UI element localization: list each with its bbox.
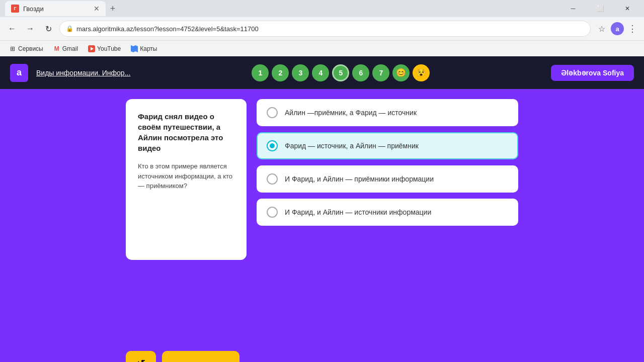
profile-button[interactable]: a bbox=[611, 22, 624, 35]
minimize-button[interactable]: ─ bbox=[561, 0, 585, 17]
radio-4[interactable] bbox=[267, 207, 278, 218]
radio-2[interactable] bbox=[267, 140, 278, 151]
bookmark-youtube-label: YouTube bbox=[97, 45, 121, 52]
url-bar[interactable]: 🔒 mars.algoritmika.az/lesson?lesson=4752… bbox=[59, 21, 591, 37]
forward-button[interactable]: → bbox=[23, 22, 37, 36]
radio-2-inner bbox=[270, 143, 275, 148]
question-main-text: Фарид снял видео о своём путешествии, а … bbox=[138, 111, 234, 153]
url-actions: ☆ a ⋮ bbox=[595, 22, 639, 36]
bookmark-youtube[interactable]: YouTube bbox=[84, 44, 125, 53]
address-bar: ← → ↻ 🔒 mars.algoritmika.az/lesson?lesso… bbox=[0, 17, 644, 40]
task-5-button[interactable]: 5 bbox=[332, 64, 349, 81]
bookmark-maps-label: Карты bbox=[140, 45, 157, 52]
bookmark-star-icon[interactable]: ☆ bbox=[595, 22, 609, 36]
answer-text-2: Фарид — источник, а Айлин — приёмник bbox=[285, 142, 419, 150]
answer-option-2[interactable]: Фарид — источник, а Айлин — приёмник bbox=[257, 132, 518, 159]
browser-tab[interactable]: Г Гвозди ✕ bbox=[5, 1, 106, 16]
answer-option-1[interactable]: Айлин —приёмник, а Фарид — источник bbox=[257, 99, 518, 126]
title-bar: Г Гвозди ✕ + ─ ⬜ ✕ bbox=[0, 0, 644, 17]
new-tab-button[interactable]: + bbox=[106, 2, 120, 16]
bottom-action-bar: ↺ ОТВЕТИТЬ bbox=[0, 344, 644, 362]
bookmark-services-label: Сервисы bbox=[18, 45, 43, 52]
answers-panel: Айлин —приёмник, а Фарид — источник Фари… bbox=[257, 99, 518, 226]
youtube-icon bbox=[88, 45, 95, 52]
task-emoji-button[interactable]: 😊 bbox=[392, 64, 410, 81]
task-locked-button[interactable]: 😵 bbox=[413, 64, 430, 81]
reset-button[interactable]: ↺ bbox=[126, 351, 156, 362]
task-4-button[interactable]: 4 bbox=[312, 64, 329, 81]
services-icon: ⊞ bbox=[9, 45, 16, 52]
radio-3[interactable] bbox=[267, 173, 278, 185]
tab-close-btn[interactable]: ✕ bbox=[94, 5, 100, 13]
task-6-button[interactable]: 6 bbox=[352, 64, 369, 81]
question-sub-text: Кто в этом примере является источником и… bbox=[138, 161, 234, 191]
user-profile-button[interactable]: Ələkbərova Sofiya bbox=[551, 65, 634, 81]
task-2-button[interactable]: 2 bbox=[272, 64, 289, 81]
radio-1[interactable] bbox=[267, 107, 278, 118]
task-7-button[interactable]: 7 bbox=[372, 64, 389, 81]
svg-marker-2 bbox=[131, 45, 138, 52]
maps-icon bbox=[131, 45, 138, 52]
tab-title: Гвозди bbox=[23, 5, 44, 13]
main-content: Фарид снял видео о своём путешествии, а … bbox=[0, 89, 644, 344]
bookmark-maps[interactable]: Карты bbox=[127, 44, 161, 53]
answer-option-4[interactable]: И Фарид, и Айлин — источники информации bbox=[257, 199, 518, 226]
question-card: Фарид снял видео о своём путешествии, а … bbox=[126, 99, 247, 260]
answer-text-3: И Фарид, и Айлин — приёмники информации bbox=[285, 175, 434, 183]
app-logo: a bbox=[10, 64, 28, 82]
answer-text-1: Айлин —приёмник, а Фарид — источник bbox=[285, 109, 417, 117]
bookmark-gmail[interactable]: M Gmail bbox=[49, 44, 82, 53]
window-controls: ─ ⬜ ✕ bbox=[561, 0, 639, 17]
maximize-button[interactable]: ⬜ bbox=[589, 0, 612, 17]
task-1-button[interactable]: 1 bbox=[252, 64, 269, 81]
submit-button[interactable]: ОТВЕТИТЬ bbox=[162, 351, 239, 362]
close-button[interactable]: ✕ bbox=[616, 0, 639, 17]
back-button[interactable]: ← bbox=[5, 22, 19, 36]
menu-button[interactable]: ⋮ bbox=[626, 23, 639, 34]
task-3-button[interactable]: 3 bbox=[292, 64, 309, 81]
gmail-icon: M bbox=[53, 45, 60, 52]
app-nav-title[interactable]: Виды информации. Инфор... bbox=[36, 69, 130, 77]
task-navigation: 1 2 3 4 5 6 7 😊 😵 bbox=[252, 64, 430, 81]
reload-button[interactable]: ↻ bbox=[41, 22, 55, 36]
bookmark-services[interactable]: ⊞ Сервисы bbox=[5, 44, 47, 53]
lock-icon: 🔒 bbox=[66, 25, 73, 32]
url-text: mars.algoritmika.az/lesson?lesson=4752&l… bbox=[76, 25, 259, 33]
answer-option-3[interactable]: И Фарид, и Айлин — приёмники информации bbox=[257, 165, 518, 193]
app-header: a Виды информации. Инфор... 1 2 3 4 5 6 … bbox=[0, 56, 644, 89]
bookmarks-bar: ⊞ Сервисы M Gmail YouTube Карты bbox=[0, 40, 644, 56]
answer-text-4: И Фарид, и Айлин — источники информации bbox=[285, 208, 431, 216]
bookmark-gmail-label: Gmail bbox=[62, 45, 78, 52]
tab-favicon: Г bbox=[11, 5, 19, 13]
